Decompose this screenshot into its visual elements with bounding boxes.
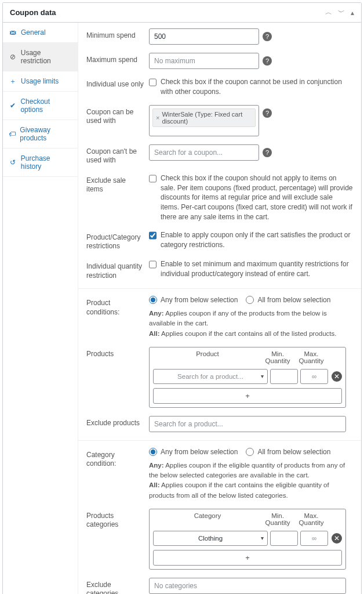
can-be-used-with-box[interactable]: × WinterSale (Type: Fixed cart discount) — [149, 105, 259, 136]
individual-qty-checkbox[interactable] — [149, 260, 156, 269]
min-spend-label: Minimum spend — [86, 28, 144, 41]
plus-icon: ＋ — [9, 77, 17, 85]
chevron-down-icon: ▾ — [261, 535, 264, 541]
category-condition-all-radio[interactable] — [246, 448, 254, 456]
min-qty-col-header: Min. Quantity — [261, 350, 294, 364]
category-select-value: Clothing — [198, 535, 223, 542]
product-conditions-any-radio[interactable] — [149, 296, 157, 304]
individual-use-checkbox[interactable] — [149, 78, 156, 86]
exclude-categories-input[interactable]: No categories — [149, 578, 346, 594]
content-area: Minimum spend ? Maximum spend ? Individu… — [78, 23, 361, 594]
max-spend-label: Maximum spend — [86, 53, 144, 65]
product-conditions-all-radio[interactable] — [246, 296, 254, 304]
sidebar-item-giveaway-products[interactable]: 🏷 Giveaway products — [3, 120, 78, 148]
product-categories-label: Products categories — [86, 509, 144, 530]
panel-title: Coupon data — [10, 8, 56, 17]
sidebar: 🎟 General ⊘ Usage restriction ＋ Usage li… — [3, 23, 78, 594]
hint-any-prefix: Any: — [149, 310, 164, 317]
sidebar-item-purchase-history[interactable]: ↺ Purchase history — [3, 148, 78, 177]
sidebar-item-label: Usage restriction — [21, 49, 72, 65]
sidebar-item-checkout-options[interactable]: ✔ Checkout options — [3, 92, 78, 120]
categories-table: Category Min. Quantity Max. Quantity Clo… — [149, 509, 346, 570]
category-col-header: Category — [154, 512, 261, 526]
product-select[interactable]: Search for a product... ▾ — [153, 369, 268, 384]
panel-body: 🎟 General ⊘ Usage restriction ＋ Usage li… — [3, 23, 361, 594]
help-icon[interactable]: ? — [263, 32, 272, 41]
help-icon[interactable]: ? — [263, 148, 272, 157]
sidebar-item-label: Giveaway products — [20, 126, 72, 142]
collapse-up-icon[interactable]: ︿ — [325, 8, 332, 17]
product-conditions-all[interactable]: All from below selection — [246, 296, 330, 304]
collapse-down-icon[interactable]: ﹀ — [338, 8, 345, 17]
min-spend-input[interactable] — [149, 28, 259, 45]
max-qty-col-header: Max. Quantity — [294, 512, 328, 526]
sidebar-item-label: Checkout options — [20, 97, 72, 114]
panel-header: Coupon data ︿ ﹀ ▴ — [3, 3, 361, 23]
min-qty-col-header: Min. Quantity — [261, 512, 294, 526]
add-product-row-button[interactable]: + — [153, 388, 342, 404]
sidebar-item-label: General — [21, 28, 46, 37]
sidebar-item-label: Purchase history — [21, 154, 72, 171]
remove-tag-icon[interactable]: × — [156, 114, 159, 121]
individual-use-text: Check this box if the coupon cannot be u… — [161, 77, 353, 97]
radio-label: All from below selection — [257, 296, 330, 304]
radio-label: Any from below selection — [161, 296, 238, 304]
category-select[interactable]: Clothing ▾ — [153, 531, 268, 546]
products-table: Product Min. Quantity Max. Quantity Sear… — [149, 347, 346, 408]
radio-label: All from below selection — [257, 448, 330, 456]
block-icon: ⊘ — [9, 53, 17, 61]
coupon-data-panel: Coupon data ︿ ﹀ ▴ 🎟 General ⊘ Usage rest… — [2, 2, 362, 594]
toggle-icon[interactable]: ▴ — [351, 9, 354, 17]
cant-be-used-with-input[interactable]: Search for a coupon... — [149, 144, 259, 161]
tag-icon: 🏷 — [9, 130, 16, 138]
panel-header-actions: ︿ ﹀ ▴ — [325, 8, 354, 17]
help-icon[interactable]: ? — [263, 108, 272, 118]
can-be-used-with-label: Coupon can be used with — [86, 105, 144, 126]
product-cat-restrictions-text: Enable to apply coupon only if the cart … — [161, 230, 353, 250]
coupon-tag[interactable]: × WinterSale (Type: Fixed cart discount) — [152, 108, 256, 127]
add-category-row-button[interactable]: + — [153, 550, 342, 566]
product-cat-restrictions-label: Product/Category restrictions — [86, 230, 144, 251]
tag-label: WinterSale (Type: Fixed cart discount) — [162, 111, 252, 125]
category-condition-any[interactable]: Any from below selection — [149, 448, 238, 456]
help-icon[interactable]: ? — [263, 56, 272, 66]
product-conditions-any[interactable]: Any from below selection — [149, 296, 238, 304]
sidebar-item-usage-restriction[interactable]: ⊘ Usage restriction — [3, 43, 78, 71]
product-col-header: Product — [154, 350, 261, 364]
history-icon: ↺ — [9, 158, 17, 166]
ticket-icon: 🎟 — [9, 28, 17, 37]
exclude-sale-label: Exclude sale items — [86, 173, 144, 194]
delete-row-icon[interactable]: ✕ — [332, 533, 342, 544]
sidebar-item-usage-limits[interactable]: ＋ Usage limits — [3, 71, 78, 92]
individual-use-label: Individual use only — [86, 77, 144, 89]
radio-label: Any from below selection — [161, 448, 238, 456]
check-icon: ✔ — [9, 102, 16, 110]
exclude-categories-label: Exclude categories — [86, 578, 144, 594]
product-min-qty-input[interactable] — [270, 369, 298, 384]
cant-be-used-with-label: Coupon can't be used with — [86, 144, 144, 165]
sidebar-item-general[interactable]: 🎟 General — [3, 23, 78, 43]
max-qty-col-header: Max. Quantity — [294, 350, 328, 364]
category-condition-any-radio[interactable] — [149, 448, 157, 456]
product-max-qty-input[interactable]: ∞ — [300, 369, 328, 384]
exclude-products-label: Exclude products — [86, 416, 144, 428]
products-label: Products — [86, 347, 144, 359]
exclude-sale-text: Check this box if the coupon should not … — [161, 173, 353, 222]
category-min-qty-input[interactable] — [270, 531, 298, 546]
category-condition-all[interactable]: All from below selection — [246, 448, 330, 456]
product-conditions-label: Product conditions: — [86, 296, 144, 317]
product-select-placeholder: Search for a product... — [177, 373, 243, 380]
hint-all-prefix: All: — [149, 330, 160, 337]
exclude-sale-checkbox[interactable] — [149, 175, 156, 183]
sidebar-item-label: Usage limits — [21, 77, 59, 85]
exclude-products-input[interactable]: Search for a product... — [149, 416, 346, 432]
max-spend-input[interactable] — [149, 53, 259, 69]
chevron-down-icon: ▾ — [261, 373, 264, 379]
delete-row-icon[interactable]: ✕ — [332, 371, 342, 382]
product-cat-restrictions-checkbox[interactable] — [149, 231, 156, 240]
individual-qty-text: Enable to set minimum and maximum quanti… — [161, 259, 353, 279]
individual-qty-label: Individual quantity restriction — [86, 259, 144, 280]
category-condition-label: Category condition: — [86, 448, 144, 469]
category-max-qty-input[interactable]: ∞ — [300, 531, 328, 546]
